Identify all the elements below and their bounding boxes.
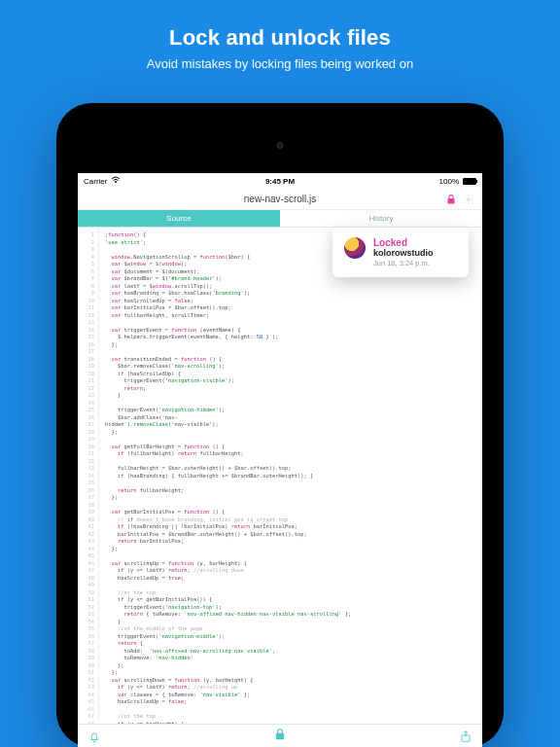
- app-screen: Carrier 9:45 PM 100% new-nav-scroll.js S…: [78, 173, 482, 747]
- popover-user: kolorowstudio: [373, 248, 434, 258]
- lock-status-icon[interactable]: [78, 728, 482, 745]
- status-time: 9:45 PM: [78, 177, 482, 186]
- file-name: new-nav-scroll.js: [244, 194, 316, 204]
- battery-label: 100%: [439, 177, 459, 186]
- marketing-title: Lock and unlock files: [0, 25, 560, 51]
- gear-icon[interactable]: [463, 194, 474, 205]
- battery-icon: [463, 178, 476, 185]
- avatar: [344, 237, 366, 259]
- popover-time: Jun 18, 3:24 p.m.: [373, 259, 434, 267]
- popover-title: Locked: [373, 237, 434, 248]
- line-gutter: 1234567891011121314151617181920212223242…: [78, 228, 99, 724]
- tab-source[interactable]: Source: [78, 210, 280, 227]
- lock-popover: Locked kolorowstudio Jun 18, 3:24 p.m.: [332, 228, 469, 277]
- carrier-label: Carrier: [84, 177, 107, 186]
- lock-icon[interactable]: [445, 194, 457, 205]
- device-camera: [277, 142, 284, 149]
- title-bar: new-nav-scroll.js: [78, 189, 482, 210]
- bottom-toolbar: [78, 724, 482, 747]
- status-bar: Carrier 9:45 PM 100%: [78, 173, 482, 189]
- tab-history[interactable]: History: [280, 210, 482, 227]
- marketing-subtitle: Avoid mistakes by locking files being wo…: [0, 56, 560, 71]
- code-view[interactable]: 1234567891011121314151617181920212223242…: [78, 228, 482, 724]
- source-lines: ;function() {'use strict'; window.Naviga…: [99, 228, 482, 724]
- svg-point-0: [115, 181, 117, 183]
- wifi-icon: [111, 176, 121, 186]
- svg-point-1: [468, 197, 471, 200]
- device-frame: Carrier 9:45 PM 100% new-nav-scroll.js S…: [56, 103, 504, 747]
- tab-bar: Source History: [78, 210, 482, 228]
